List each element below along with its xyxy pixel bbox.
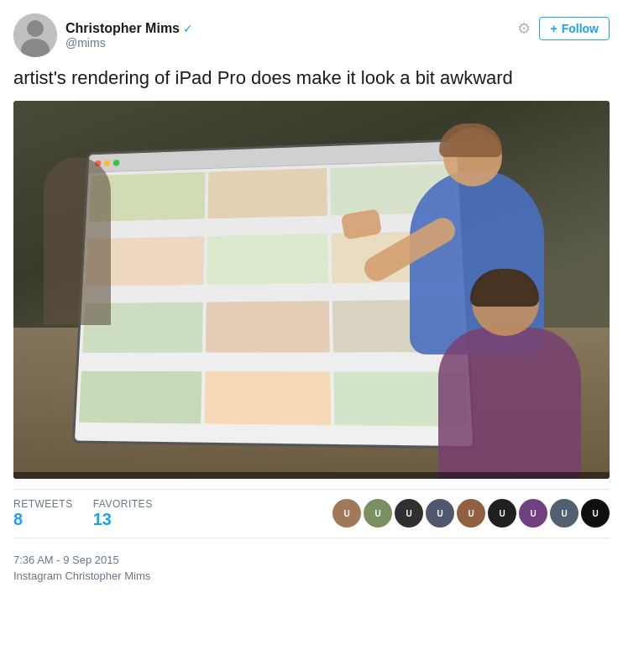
tweet-header-left: Christopher Mims ✓ @mims: [13, 13, 193, 57]
retweets-value[interactable]: 8: [13, 510, 73, 529]
favorites-avatars: UUUUUUUUU: [332, 499, 610, 528]
tweet-stats-row: RETWEETS 8 FAVORITES 13 UUUUUUUUU: [13, 489, 610, 538]
fav-avatar-4[interactable]: U: [457, 499, 485, 528]
retweets-stat: RETWEETS 8: [13, 498, 73, 529]
favorites-label: FAVORITES: [93, 498, 153, 510]
avatar[interactable]: [13, 13, 57, 57]
tweet-header-right: ⚙ + Follow: [517, 13, 610, 40]
image-caption: [13, 472, 610, 479]
tweet-timestamp: 7:36 AM - 9 Sep 2015: [13, 547, 610, 570]
tweet-image-content: [13, 101, 610, 479]
gear-icon[interactable]: ⚙: [517, 19, 531, 38]
fav-avatar-2[interactable]: U: [395, 499, 423, 528]
verified-icon: ✓: [183, 22, 193, 35]
tweet-text: artist's rendering of iPad Pro does make…: [13, 66, 610, 91]
favorites-stat: FAVORITES 13: [93, 498, 153, 529]
credit-text: Instagram Christopher Mims: [13, 570, 150, 582]
fav-avatar-8[interactable]: U: [581, 499, 610, 528]
fav-avatar-1[interactable]: U: [364, 499, 392, 528]
timestamp-separator: -: [54, 554, 64, 566]
timestamp-time: 7:36 AM: [13, 554, 54, 566]
tweet-header: Christopher Mims ✓ @mims ⚙ + Follow: [13, 13, 610, 57]
timestamp-date: 9 Sep 2015: [63, 554, 119, 566]
user-handle[interactable]: @mims: [65, 36, 193, 50]
person-purple-silhouette: [430, 269, 598, 479]
retweets-label: RETWEETS: [13, 498, 73, 510]
follow-plus-icon: +: [550, 22, 557, 35]
fav-avatar-3[interactable]: U: [426, 499, 454, 528]
stats-left: RETWEETS 8 FAVORITES 13: [13, 498, 153, 529]
follow-button[interactable]: + Follow: [539, 17, 610, 40]
user-name[interactable]: Christopher Mims: [65, 21, 180, 36]
user-name-row: Christopher Mims ✓: [65, 21, 193, 36]
favorites-value[interactable]: 13: [93, 510, 153, 529]
fav-avatar-6[interactable]: U: [519, 499, 547, 528]
tweet-image[interactable]: [13, 101, 610, 479]
fav-avatar-5[interactable]: U: [488, 499, 516, 528]
follow-label: Follow: [562, 22, 599, 35]
tweet-container: Christopher Mims ✓ @mims ⚙ + Follow arti…: [0, 0, 623, 589]
user-info: Christopher Mims ✓ @mims: [65, 21, 193, 50]
instagram-credit: Instagram Christopher Mims: [13, 570, 610, 589]
fav-avatar-0[interactable]: U: [332, 499, 361, 528]
fav-avatar-7[interactable]: U: [550, 499, 578, 528]
